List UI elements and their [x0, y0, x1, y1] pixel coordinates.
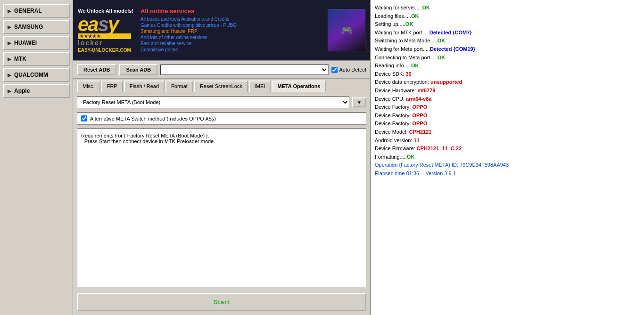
tab-meta_operations[interactable]: META Operations	[272, 81, 326, 92]
auto-detect-checkbox[interactable]	[331, 67, 338, 73]
log-suffix: unsupported	[430, 79, 462, 85]
sidebar-label: HUAWEI	[14, 40, 37, 46]
log-suffix: OK	[438, 55, 446, 60]
log-suffix: OK	[405, 21, 413, 27]
log-suffix: CPH2121_11_C.22	[417, 145, 462, 151]
log-suffix: Detected {COM19}	[430, 46, 475, 52]
arrow-icon: ▶	[8, 8, 11, 14]
logo-subtitle: ★★★★★	[78, 33, 131, 39]
log-panel: Waiting for server.....OKLoading files..…	[371, 0, 644, 315]
service-line-2: Games Credits with compititive prices - …	[140, 23, 321, 28]
service-line-6: Compititive prices	[140, 47, 321, 52]
log-text: Waiting for Meta port.....	[375, 46, 430, 52]
banner: We Unlock All models! e a s y ★★★★★ lock…	[73, 0, 370, 61]
log-text: Device CPU:	[375, 96, 406, 102]
log-suffix: arm64-v8a	[406, 96, 431, 102]
all-online-text: All online services	[140, 8, 321, 15]
log-suffix: Detected {COM7}	[429, 30, 472, 35]
sidebar-item-qualcomm[interactable]: ▶QUALCOMM	[3, 68, 70, 82]
log-line: Device Factory: OPPO	[375, 103, 640, 112]
sidebar-item-samsung[interactable]: ▶SAMSUNG	[3, 20, 70, 34]
log-line: Waiting for server.....OK	[375, 4, 640, 12]
log-line: Waiting for Meta port.....Detected {COM1…	[375, 45, 640, 54]
start-button[interactable]: Start	[77, 293, 366, 311]
tab-misc[interactable]: Misc.	[77, 81, 100, 92]
log-line: Device Factory: OPPO	[375, 120, 640, 128]
log-line: Formatting.....OK	[375, 153, 640, 162]
log-text: Android version:	[375, 137, 414, 143]
log-suffix: CPH2121	[409, 129, 432, 135]
tabs-bar: Misc.FRPFlash / ReadFormatReset ScreenLo…	[73, 79, 370, 92]
log-text: Device Hardware:	[375, 88, 417, 93]
log-line: Device Factory: OPPO	[375, 112, 640, 120]
log-text: Formatting.....	[375, 154, 407, 160]
log-line: Reading info.....OK	[375, 62, 640, 70]
log-suffix: mt6779	[417, 88, 435, 93]
arrow-icon: ▶	[8, 89, 11, 94]
log-text: Switching to Meta Mode.....	[375, 38, 438, 43]
tab-frp[interactable]: FRP	[101, 81, 123, 92]
auto-detect-container: Auto Detect	[331, 67, 366, 73]
content-area: Factory Reset META (Boot Mode) ▼ Alterna…	[73, 92, 370, 291]
sidebar-item-apple[interactable]: ▶Apple	[3, 84, 70, 98]
log-suffix: 11	[414, 137, 420, 143]
port-select[interactable]	[160, 65, 328, 75]
scan-adb-button[interactable]: Scan ADB	[119, 64, 157, 75]
log-line: Device Hardware: mt6779	[375, 87, 640, 95]
alt-meta-label: Alternative META Switch method (Includes…	[90, 116, 216, 121]
logo-s: s	[98, 15, 108, 34]
auto-detect-label: Auto Detect	[339, 67, 366, 73]
log-line: Device SDK: 30	[375, 70, 640, 79]
dropdown-arrow-button[interactable]: ▼	[352, 97, 366, 107]
logo-a: a	[88, 15, 98, 34]
log-line: Elapsed time 01:36 -- Version 3.9.1	[375, 170, 640, 178]
log-suffix: OPPO	[412, 113, 427, 118]
log-line: Device data encryption: unsupported	[375, 78, 640, 87]
log-suffix: 30	[405, 71, 411, 77]
service-line-3: Samsung and Huawei FRP	[140, 29, 321, 34]
logo-area: We Unlock All models! e a s y ★★★★★ lock…	[78, 8, 133, 53]
tab-imei[interactable]: IMEI	[249, 81, 271, 92]
main-content: We Unlock All models! e a s y ★★★★★ lock…	[73, 0, 371, 315]
log-line: Device Model: CPH2121	[375, 128, 640, 137]
log-suffix: OK	[438, 38, 446, 43]
tab-flash_read[interactable]: Flash / Read	[124, 81, 165, 92]
log-text: Device SDK:	[375, 71, 405, 77]
requirements-box: Requirements For { Factory Reset META (B…	[77, 129, 366, 287]
options-box: Alternative META Switch method (Includes…	[77, 112, 366, 125]
requirements-line-1: - Press Start then connect device in MTK…	[81, 138, 362, 144]
operation-dropdown-row: Factory Reset META (Boot Mode) ▼	[77, 96, 366, 108]
sidebar-label: SAMSUNG	[14, 24, 43, 30]
service-line-1: All boxes and tools Activations and Cred…	[140, 16, 321, 22]
log-text: Waiting for MTK port.....	[375, 30, 429, 35]
log-suffix: OPPO	[412, 121, 427, 126]
arrow-icon: ▶	[8, 40, 11, 46]
log-line: Operation {Factory Reset META} ID: 79C9E…	[375, 161, 640, 170]
tab-reset_screenlock[interactable]: Reset ScreenLock	[194, 81, 248, 92]
log-line: Android version: 11	[375, 137, 640, 145]
we-unlock-text: We Unlock All models!	[78, 8, 133, 14]
log-line: Loading files.....OK	[375, 12, 640, 21]
logo-locker: locker	[78, 39, 131, 47]
operation-select[interactable]: Factory Reset META (Boot Mode)	[77, 96, 349, 108]
log-text: Device Firmware:	[375, 145, 417, 151]
tab-format[interactable]: Format	[165, 81, 193, 92]
banner-services: All online services All boxes and tools …	[133, 8, 328, 53]
reset-adb-button[interactable]: Reset ADB	[77, 64, 116, 75]
alt-meta-checkbox[interactable]	[81, 115, 87, 121]
sidebar-item-huawei[interactable]: ▶HUAWEI	[3, 36, 70, 50]
log-text: Device Factory:	[375, 104, 412, 110]
sidebar-item-general[interactable]: ▶GENERAL	[3, 4, 70, 18]
banner-image: 🎮	[328, 9, 365, 51]
log-text: Device Factory:	[375, 113, 412, 118]
sidebar-label: GENERAL	[14, 8, 42, 14]
sidebar-item-mtk[interactable]: ▶MTK	[3, 52, 70, 66]
log-text: Waiting for server.....	[375, 5, 422, 10]
log-text: Device Model:	[375, 129, 409, 135]
log-text: Connecting to Meta port.....	[375, 55, 438, 60]
log-line: Waiting for MTK port.....Detected {COM7}	[375, 29, 640, 37]
log-text: Device data encryption:	[375, 79, 430, 85]
arrow-icon: ▶	[8, 57, 11, 62]
logo-domain: EASY-UNLOCKER.COM	[78, 48, 131, 53]
arrow-icon: ▶	[8, 73, 11, 78]
